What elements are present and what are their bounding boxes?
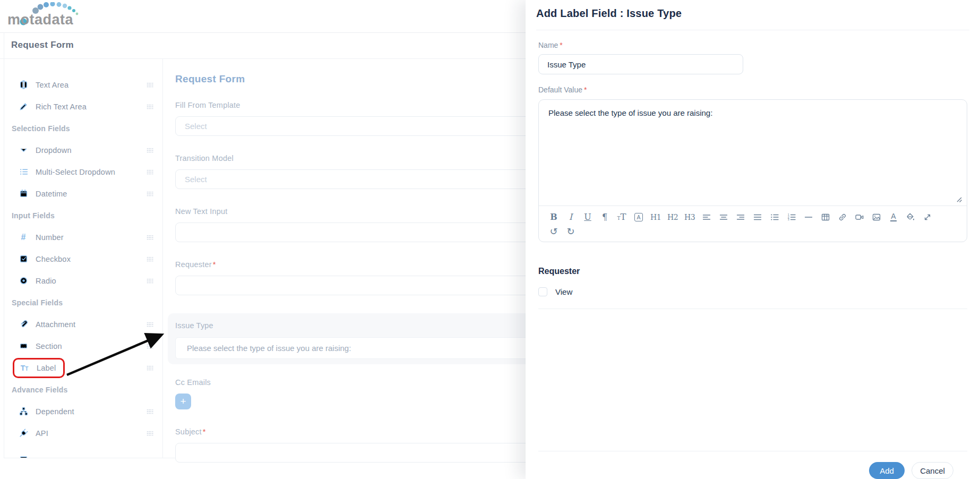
drag-handle-icon[interactable] <box>147 322 153 327</box>
h1-icon[interactable]: H1 <box>647 210 664 224</box>
drag-handle-icon[interactable] <box>147 191 153 196</box>
view-checkbox-label: View <box>555 287 572 296</box>
add-cc-email-button[interactable]: + <box>175 394 191 409</box>
sidebar-item-partial[interactable] <box>4 444 162 458</box>
font-box-icon[interactable]: A <box>630 210 647 224</box>
spacer <box>538 309 967 451</box>
form-field-fill-from-template: Fill From Template Select <box>175 101 566 136</box>
app-window: motadata Request Form Text AreaRich Text… <box>0 0 980 479</box>
text-area-icon <box>18 80 29 90</box>
drag-handle-icon[interactable] <box>147 169 153 175</box>
sidebar-item-attachment[interactable]: Attachment <box>4 313 162 335</box>
editor-text: Please select the type of issue you are … <box>548 108 712 117</box>
sidebar-item-datetime[interactable]: Datetime <box>4 183 162 204</box>
field-label: Cc Emails <box>175 378 566 387</box>
motadata-logo: motadata <box>7 2 98 31</box>
field-palette-sidebar: Text AreaRich Text AreaSelection FieldsD… <box>4 59 162 458</box>
transition-model-select[interactable]: Select <box>175 169 547 189</box>
align-center-icon[interactable] <box>715 210 732 224</box>
field-label: Subject* <box>175 427 566 436</box>
view-checkbox[interactable] <box>538 287 547 296</box>
field-label: Requester* <box>175 260 566 269</box>
rich-text-editor: Please select the type of issue you are … <box>538 99 967 242</box>
sidebar-item-rich-text-area[interactable]: Rich Text Area <box>4 96 162 117</box>
add-button[interactable]: Add <box>869 462 905 479</box>
sidebar-item-multi-select-dropdown[interactable]: Multi-Select Dropdown <box>4 161 162 183</box>
sidebar-item-label: Number <box>36 233 64 242</box>
align-left-icon[interactable] <box>698 210 715 224</box>
drag-handle-icon[interactable] <box>147 409 153 414</box>
font-size-icon[interactable]: TT <box>613 210 630 224</box>
sidebar-item-label: Section <box>36 342 62 350</box>
undo-icon[interactable]: ↺ <box>545 224 562 238</box>
sidebar-item-label: Checkbox <box>36 255 71 263</box>
fill-color-icon[interactable] <box>902 210 919 224</box>
h3-icon[interactable]: H3 <box>681 210 698 224</box>
sidebar-group-heading: Special Fields <box>4 292 162 313</box>
form-field-new-text-input: New Text Input <box>175 207 566 242</box>
sidebar-item-radio[interactable]: Radio <box>4 270 162 292</box>
underline-icon[interactable]: U <box>579 210 596 224</box>
link-icon[interactable] <box>834 210 851 224</box>
sidebar-item-dependent[interactable]: Dependent <box>4 400 162 422</box>
sidebar-item-label: Label <box>37 364 56 372</box>
annotation-highlight-box: TTLabel <box>13 358 65 378</box>
horizontal-rule-icon[interactable] <box>800 210 817 224</box>
bold-icon[interactable]: B <box>545 210 562 224</box>
drag-handle-icon[interactable] <box>147 104 153 109</box>
bullet-list-icon[interactable] <box>766 210 783 224</box>
name-input[interactable] <box>538 54 743 74</box>
sidebar-item-label: Multi-Select Dropdown <box>36 168 115 176</box>
drag-handle-icon[interactable] <box>147 82 153 88</box>
radio-icon <box>18 276 29 286</box>
text-color-icon[interactable]: A <box>885 210 902 224</box>
form-field-subject: Subject* <box>175 427 566 463</box>
sidebar-item-number[interactable]: #Number <box>4 226 162 248</box>
sidebar-item-checkbox[interactable]: Checkbox <box>4 248 162 270</box>
sidebar-item-section[interactable]: Section <box>4 335 162 357</box>
redo-icon[interactable]: ↻ <box>562 224 579 238</box>
ordered-list-icon[interactable]: 123 <box>783 210 800 224</box>
image-icon[interactable] <box>868 210 885 224</box>
expand-icon[interactable] <box>919 210 936 224</box>
sidebar-item-label: Dropdown <box>36 146 72 155</box>
sidebar-item-label: Text Area <box>36 81 68 89</box>
drag-handle-icon[interactable] <box>147 365 153 371</box>
resize-handle-icon[interactable] <box>955 195 962 203</box>
video-icon[interactable] <box>851 210 868 224</box>
datetime-icon <box>18 189 29 199</box>
name-field-label: Name* <box>538 41 967 49</box>
table-icon[interactable] <box>817 210 834 224</box>
sidebar-item-text-area[interactable]: Text Area <box>4 74 162 96</box>
section-icon <box>18 341 29 352</box>
drag-handle-icon[interactable] <box>147 148 153 153</box>
drag-handle-icon[interactable] <box>147 431 153 436</box>
subject-input[interactable] <box>175 443 547 463</box>
drag-handle-icon[interactable] <box>147 344 153 349</box>
required-asterisk: * <box>203 427 206 436</box>
sidebar-item-label: API <box>36 429 48 438</box>
align-justify-icon[interactable] <box>749 210 766 224</box>
form-title: Request Form <box>175 73 566 85</box>
drag-handle-icon[interactable] <box>147 278 153 284</box>
requester-input[interactable] <box>175 276 547 295</box>
sidebar-item-dropdown[interactable]: Dropdown <box>4 139 162 161</box>
editor-content[interactable]: Please select the type of issue you are … <box>539 100 967 206</box>
cancel-button[interactable]: Cancel <box>912 462 953 479</box>
align-right-icon[interactable] <box>732 210 749 224</box>
sidebar-item-label[interactable]: TTLabel <box>4 357 162 379</box>
h2-icon[interactable]: H2 <box>664 210 681 224</box>
new-text-input-input[interactable] <box>175 223 547 242</box>
fill-from-template-select[interactable]: Select <box>175 116 547 136</box>
sidebar-item-label: Radio <box>36 277 56 285</box>
sidebar-item-api[interactable]: API <box>4 422 162 444</box>
paragraph-icon[interactable]: ¶ <box>596 210 613 224</box>
drag-handle-icon[interactable] <box>147 256 153 262</box>
required-asterisk: * <box>584 85 587 94</box>
form-field-issue-type[interactable]: Issue Type Please select the type of iss… <box>168 313 552 364</box>
dialog-footer: Add Cancel <box>538 451 967 479</box>
dialog-title: Add Label Field : Issue Type <box>536 7 967 20</box>
editor-toolbar: BIU¶TTAH1H2H3123A↺↻ <box>539 206 967 242</box>
italic-icon[interactable]: I <box>562 210 579 224</box>
drag-handle-icon[interactable] <box>147 235 153 240</box>
